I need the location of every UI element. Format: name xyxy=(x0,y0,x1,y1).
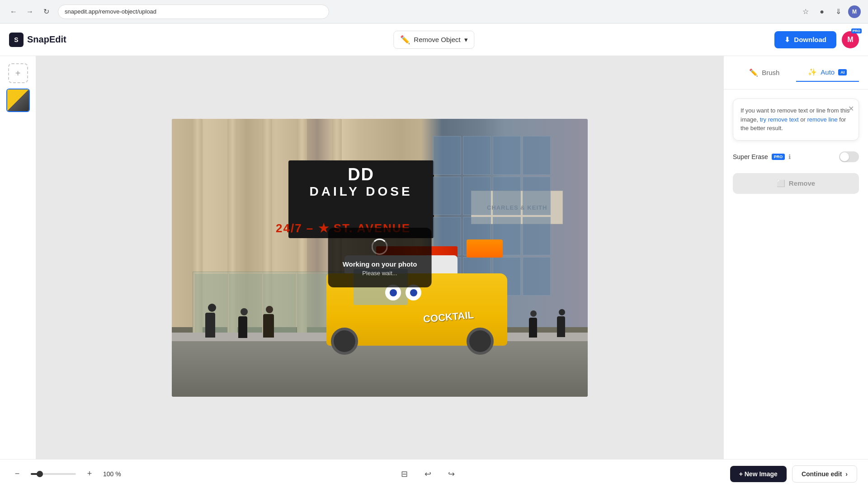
tab-auto[interactable]: ✨ Auto AI xyxy=(796,63,859,82)
notification-middle: or xyxy=(800,116,806,123)
van-text-cocktail: COCKTAIL xyxy=(416,309,481,326)
window-1 xyxy=(433,136,461,174)
toolbar-right: + New Image Continue edit › xyxy=(730,465,857,483)
tool-selector[interactable]: ✏️ Remove Object ▾ xyxy=(393,31,474,49)
brush-icon: ✏️ xyxy=(749,68,758,77)
refresh-button[interactable]: ↻ xyxy=(40,5,52,18)
right-panel-content: ✕ If you want to remove text or line fro… xyxy=(724,89,868,459)
toolbar-center: ⊟ ↩ ↪ xyxy=(396,466,459,482)
user-avatar[interactable]: M PRO xyxy=(842,31,859,48)
bookmark-icon[interactable]: ☆ xyxy=(799,5,812,18)
person-3 xyxy=(263,306,276,335)
split-view-button[interactable]: ⊟ xyxy=(396,466,412,482)
person-head-3 xyxy=(266,306,273,313)
tool-dropdown-icon: ▾ xyxy=(464,36,468,44)
tab-brush[interactable]: ✏️ Brush xyxy=(733,63,796,82)
extensions-icon[interactable]: ● xyxy=(816,5,828,18)
pro-badge: PRO xyxy=(851,28,862,33)
continue-edit-button[interactable]: Continue edit › xyxy=(792,465,857,483)
zoom-value: 100 % xyxy=(103,470,126,478)
window-16 xyxy=(523,257,551,296)
dd-logo-symbol: DD xyxy=(288,165,434,184)
super-erase-toggle[interactable] xyxy=(839,151,859,162)
van-pupil-left xyxy=(390,289,397,296)
close-notification-button[interactable]: ✕ xyxy=(848,103,854,114)
logo-icon: S xyxy=(9,33,24,47)
person-head-5 xyxy=(530,310,537,317)
super-erase-text: Super Erase xyxy=(733,153,768,160)
download-button[interactable]: ⬇ Download xyxy=(774,31,836,48)
header-right: ⬇ Download M PRO xyxy=(774,31,859,48)
person-head-2 xyxy=(241,308,248,315)
image-container: DD DAILY DOSE CHARLES & KEITH 24/7 – ★ S… xyxy=(172,119,588,397)
brush-tab-label: Brush xyxy=(762,69,779,76)
image-thumbnail[interactable] xyxy=(6,89,30,112)
eraser-icon: ⬜ xyxy=(777,179,785,188)
person-body-2 xyxy=(238,316,247,338)
app-header: S SnapEdit ✏️ Remove Object ▾ ⬇ Download… xyxy=(0,23,868,56)
window-3 xyxy=(493,136,521,174)
person-1 xyxy=(205,304,219,335)
super-erase-pro-badge: PRO xyxy=(772,154,785,160)
nav-buttons: ← → ↻ xyxy=(7,5,52,18)
van-wheel-left xyxy=(331,328,358,355)
tool-selector-icon: ✏️ xyxy=(400,35,410,45)
person-body-5 xyxy=(529,318,537,338)
browser-actions: ☆ ● ⇓ M xyxy=(799,5,861,18)
super-erase-label: Super Erase PRO ℹ xyxy=(733,153,791,160)
super-erase-info-icon[interactable]: ℹ xyxy=(788,153,791,160)
auto-pro-badge: AI xyxy=(838,69,847,75)
orange-object-on-van xyxy=(467,239,503,258)
daily-dose-logo: DD DAILY DOSE xyxy=(288,160,434,199)
download-icon[interactable]: ⇓ xyxy=(832,5,844,18)
app: S SnapEdit ✏️ Remove Object ▾ ⬇ Download… xyxy=(0,23,868,488)
redo-button[interactable]: ↪ xyxy=(443,466,459,482)
zoom-in-button[interactable]: + xyxy=(83,468,96,480)
back-button[interactable]: ← xyxy=(7,5,20,18)
auto-tab-label: Auto xyxy=(821,68,835,76)
toggle-knob xyxy=(840,152,849,161)
canvas-area[interactable]: DD DAILY DOSE CHARLES & KEITH 24/7 – ★ S… xyxy=(36,56,723,459)
new-image-button[interactable]: + New Image xyxy=(730,466,787,482)
browser-profile[interactable]: M xyxy=(848,5,861,18)
person-body-1 xyxy=(205,313,215,338)
window-12 xyxy=(523,217,551,255)
zoom-slider-handle[interactable] xyxy=(37,471,43,477)
person-4 xyxy=(557,309,567,335)
browser-chrome: ← → ↻ snapedit.app/remove-object/upload … xyxy=(0,0,868,23)
window-6 xyxy=(463,177,491,215)
window-2 xyxy=(463,136,491,174)
remove-label: Remove xyxy=(789,179,815,187)
person-head-4 xyxy=(559,309,565,315)
van-pupil-right xyxy=(410,289,417,296)
header-center: ✏️ Remove Object ▾ xyxy=(393,31,474,49)
add-image-button[interactable]: + xyxy=(8,63,28,83)
continue-edit-label: Continue edit xyxy=(802,470,842,478)
address-bar[interactable]: snapedit.app/remove-object/upload xyxy=(58,5,329,19)
download-icon: ⬇ xyxy=(784,36,790,44)
daily-dose-text: DAILY DOSE xyxy=(288,184,434,199)
window-5 xyxy=(433,177,461,215)
processing-overlay: Working on your photo Please wait... xyxy=(328,228,432,287)
window-4 xyxy=(523,136,551,174)
forward-button[interactable]: → xyxy=(24,5,36,18)
zoom-slider[interactable] xyxy=(31,473,76,475)
right-panel-tabs: ✏️ Brush ✨ Auto AI xyxy=(724,56,868,89)
remove-line-link[interactable]: remove line xyxy=(807,116,837,123)
try-remove-text-link[interactable]: try remove text xyxy=(760,116,799,123)
undo-button[interactable]: ↩ xyxy=(420,466,436,482)
zoom-out-button[interactable]: − xyxy=(11,468,24,480)
person-5 xyxy=(529,310,538,335)
super-erase-row: Super Erase PRO ℹ xyxy=(733,148,859,166)
left-sidebar: + xyxy=(0,56,36,459)
remove-button[interactable]: ⬜ Remove xyxy=(733,173,859,194)
right-panel: ✏️ Brush ✨ Auto AI ✕ If you want to remo… xyxy=(723,56,868,459)
person-body-4 xyxy=(557,316,565,337)
person-head-1 xyxy=(208,304,216,312)
main-content: + xyxy=(0,56,868,459)
person-body-3 xyxy=(263,314,274,338)
window-8 xyxy=(523,177,551,215)
download-label: Download xyxy=(794,36,826,43)
van-wheel-right xyxy=(467,328,494,355)
tool-label: Remove Object xyxy=(414,36,460,43)
